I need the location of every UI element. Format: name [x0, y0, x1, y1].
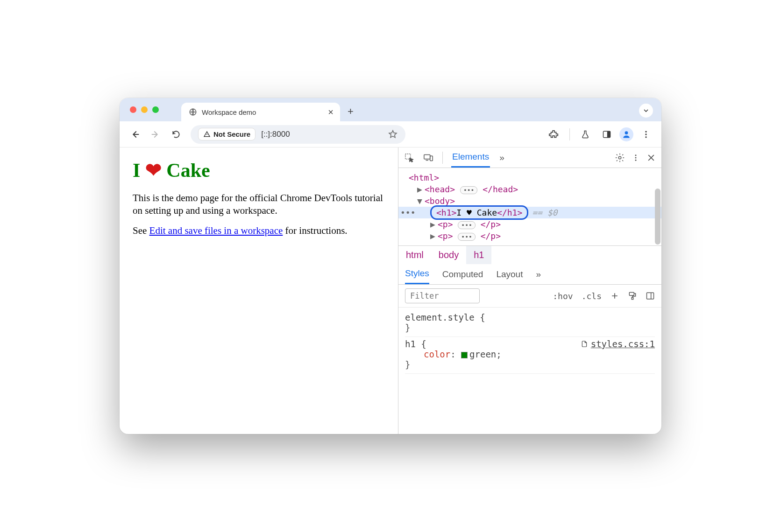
rule-h1[interactable]: styles.css:1 h1 { color: green; } [405, 337, 655, 374]
window-controls [130, 106, 159, 113]
styles-tabbar: Styles Computed Layout » [398, 264, 661, 285]
url-text: [::]:8000 [261, 130, 290, 139]
svg-rect-14 [629, 293, 634, 296]
svg-point-5 [645, 133, 646, 135]
page-paragraph-1: This is the demo page for the official C… [133, 192, 385, 217]
toolbar: Not Secure [::]:8000 [120, 121, 661, 147]
close-tab-button[interactable]: × [328, 107, 334, 117]
para2-post: for instructions. [283, 225, 347, 236]
dom-node-html[interactable]: <html> [398, 172, 661, 183]
page-heading: I ❤ Cake [133, 158, 385, 183]
svg-rect-8 [424, 154, 430, 159]
address-bar[interactable]: Not Secure [::]:8000 [191, 125, 405, 144]
tab-dropdown-button[interactable] [639, 104, 653, 118]
profile-avatar[interactable] [619, 127, 633, 141]
ellipsis-icon: ••• [458, 221, 475, 229]
side-panel-icon[interactable] [598, 126, 616, 143]
tutorial-link[interactable]: Edit and save files in a workspace [149, 225, 283, 236]
styles-toolbar: :hov .cls [398, 285, 661, 308]
heading-text-pre: I [133, 160, 145, 181]
class-toggle[interactable]: .cls [582, 291, 602, 301]
svg-point-3 [625, 131, 628, 134]
svg-rect-16 [647, 293, 654, 299]
tab-title: Workspace demo [202, 108, 256, 116]
overflow-menu-icon[interactable] [637, 126, 655, 143]
separator [569, 128, 570, 140]
svg-point-6 [645, 136, 646, 138]
new-rule-icon[interactable] [610, 291, 619, 301]
not-secure-label: Not Secure [213, 130, 250, 138]
content-area: I ❤ Cake This is the demo page for the o… [120, 147, 661, 434]
crumb-h1[interactable]: h1 [466, 246, 491, 264]
reload-button[interactable] [167, 126, 185, 143]
rendered-page: I ❤ Cake This is the demo page for the o… [120, 147, 398, 434]
page-paragraph-2: See Edit and save files in a workspace f… [133, 224, 385, 237]
ellipsis-icon: ••• [460, 186, 477, 194]
globe-icon [189, 108, 197, 116]
styles-tabs-overflow-icon[interactable]: » [536, 264, 541, 284]
source-link[interactable]: styles.css:1 [581, 339, 655, 349]
crumb-html[interactable]: html [398, 246, 431, 264]
heading-text-post: Cake [162, 160, 210, 181]
paint-icon[interactable] [628, 291, 637, 301]
hover-toggle[interactable]: :hov [553, 291, 573, 301]
device-toggle-icon[interactable] [423, 153, 434, 163]
svg-point-12 [635, 157, 637, 158]
tab-styles[interactable]: Styles [405, 264, 429, 284]
kebab-menu-icon[interactable] [632, 154, 640, 162]
tab-computed[interactable]: Computed [442, 264, 483, 284]
gear-icon[interactable] [615, 153, 625, 163]
new-tab-button[interactable]: + [348, 105, 354, 121]
dom-node-head[interactable]: ▶<head> ••• </head> [398, 183, 661, 195]
forward-button[interactable] [147, 126, 164, 143]
browser-tab[interactable]: Workspace demo × [181, 103, 340, 121]
scrollbar[interactable] [654, 189, 661, 245]
svg-rect-9 [430, 156, 433, 161]
close-window-button[interactable] [130, 106, 136, 113]
styles-rules[interactable]: element.style { } styles.css:1 h1 { colo… [398, 308, 661, 434]
crumb-body[interactable]: body [431, 246, 466, 264]
devtools-panel: Elements » <html> ▶<head> ••• < [398, 147, 661, 434]
svg-rect-2 [607, 131, 611, 137]
inspect-icon[interactable] [404, 153, 414, 163]
devtools-tabbar: Elements » [398, 147, 661, 168]
para2-pre: See [133, 225, 149, 236]
rule-element-style[interactable]: element.style { } [405, 310, 655, 337]
browser-window: Workspace demo × + Not Secure [::]:8000 [120, 98, 661, 434]
dom-breadcrumbs: html body h1 [398, 245, 661, 264]
bookmark-star-icon[interactable] [388, 129, 398, 140]
tab-layout[interactable]: Layout [496, 264, 523, 284]
dom-node-p2[interactable]: ▶<p> ••• </p> [398, 230, 661, 242]
svg-point-11 [635, 154, 637, 156]
extensions-icon[interactable] [545, 126, 563, 143]
color-swatch-icon[interactable] [461, 352, 468, 358]
tab-elements[interactable]: Elements [451, 147, 490, 168]
heart-icon: ❤ [145, 160, 162, 181]
styles-filter-input[interactable] [405, 288, 480, 303]
svg-point-10 [618, 156, 621, 159]
minimize-window-button[interactable] [141, 106, 148, 113]
svg-rect-15 [632, 297, 633, 299]
row-actions-icon[interactable]: ••• [400, 208, 416, 217]
selected-node-ref: == $0 [532, 208, 557, 217]
tab-strip: Workspace demo × + [120, 98, 661, 121]
dom-node-h1-selected[interactable]: ••• <h1>I ♥ Cake</h1>== $0 [398, 207, 661, 218]
close-devtools-icon[interactable] [646, 153, 656, 162]
dom-node-p1[interactable]: ▶<p> ••• </p> [398, 218, 661, 230]
security-chip[interactable]: Not Secure [198, 128, 256, 140]
svg-point-13 [635, 159, 637, 161]
fullscreen-window-button[interactable] [152, 106, 159, 113]
ellipsis-icon: ••• [458, 233, 475, 241]
labs-icon[interactable] [576, 126, 594, 143]
dom-tree[interactable]: <html> ▶<head> ••• </head> ▼<body> ••• <… [398, 168, 661, 245]
toolbar-right [545, 126, 655, 143]
panel-layout-icon[interactable] [646, 291, 655, 301]
back-button[interactable] [126, 126, 144, 143]
svg-point-4 [645, 131, 646, 132]
tabs-overflow-icon[interactable]: » [498, 147, 505, 168]
